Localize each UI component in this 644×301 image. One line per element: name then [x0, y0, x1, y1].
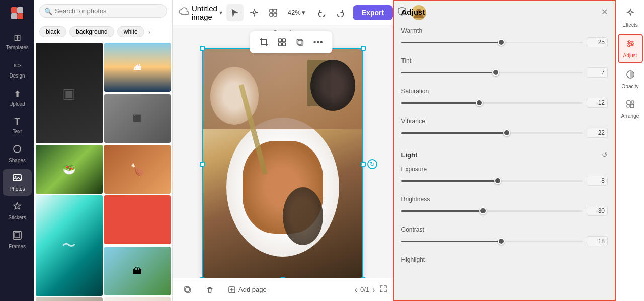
highlight-group: Highlight	[394, 251, 615, 271]
saturation-slider-row: -12	[401, 98, 608, 108]
sidebar-item-stickers[interactable]: Stickers	[3, 198, 32, 224]
sidebar-item-templates[interactable]: ⊞ Templates	[3, 28, 32, 54]
zoom-control[interactable]: 42% ▾	[284, 7, 309, 18]
canvas-content[interactable]: ↻	[202, 48, 363, 278]
brightness-slider[interactable]	[401, 210, 583, 212]
tint-value: 7	[587, 67, 608, 78]
highlight-label: Highlight	[401, 256, 608, 263]
light-reset-btn[interactable]: ↺	[602, 150, 608, 159]
resize-handle-bm[interactable]	[280, 277, 285, 278]
bottom-toolbar: Add page ‹ 0/1 ›	[173, 278, 393, 301]
grid-tool-btn[interactable]	[274, 34, 290, 50]
saturation-fill	[401, 102, 479, 104]
photo-item[interactable]: ⬛	[104, 94, 171, 143]
vibrance-fill	[401, 132, 507, 134]
sidebar-item-design[interactable]: ✏ Design	[3, 56, 32, 83]
exposure-fill	[401, 180, 498, 182]
divider	[394, 144, 615, 144]
rotate-handle[interactable]: ↻	[367, 159, 377, 169]
prev-page-btn[interactable]: ‹	[355, 285, 357, 294]
arrange-icon	[625, 99, 635, 112]
undo-btn[interactable]	[313, 4, 331, 21]
panel-close-btn[interactable]: ✕	[601, 7, 608, 17]
tag-scroll-arrow[interactable]: ›	[148, 28, 150, 36]
doc-title-area: Untitled image ▾	[179, 4, 222, 21]
crop-tool-btn[interactable]	[256, 34, 272, 50]
sidebar-item-design-label: Design	[9, 73, 25, 79]
warmth-slider[interactable]	[401, 42, 583, 43]
vibrance-thumb[interactable]	[503, 129, 510, 136]
photo-item[interactable]: ▣	[36, 43, 103, 143]
adjust-icon	[625, 39, 635, 51]
sidebar-item-photos[interactable]: Photos	[3, 169, 32, 196]
contrast-thumb[interactable]	[498, 238, 505, 245]
export-button[interactable]: Export	[353, 5, 393, 20]
resize-handle-lm[interactable]	[200, 162, 205, 167]
right-icon-bar: Effects Adjust Opacity	[616, 0, 644, 301]
svg-rect-15	[283, 39, 286, 42]
app-logo[interactable]	[8, 4, 26, 22]
photo-item[interactable]: 🏙	[104, 43, 171, 92]
resize-handle-rm[interactable]	[361, 162, 366, 167]
select-tool-btn[interactable]	[226, 4, 244, 21]
vibrance-slider[interactable]	[401, 132, 583, 134]
frame-copy-btn[interactable]	[292, 34, 308, 50]
svg-rect-12	[274, 13, 277, 16]
exposure-thumb[interactable]	[494, 177, 501, 184]
opacity-tab[interactable]: Opacity	[618, 65, 643, 93]
warmth-thumb[interactable]	[498, 39, 505, 46]
sidebar-item-frames[interactable]: Frames	[3, 227, 32, 253]
search-input[interactable]	[39, 4, 167, 18]
tint-slider[interactable]	[401, 72, 583, 73]
delete-page-btn[interactable]	[201, 283, 219, 296]
sidebar-item-text[interactable]: T Text	[3, 113, 32, 138]
add-page-btn[interactable]: Add page	[223, 283, 272, 296]
tag-background[interactable]: background	[69, 26, 114, 37]
contrast-slider[interactable]	[401, 241, 583, 242]
svg-rect-0	[11, 7, 17, 13]
pan-tool-btn[interactable]	[246, 4, 263, 21]
photo-item[interactable]: 🥗	[36, 145, 103, 194]
fullscreen-btn[interactable]	[379, 285, 387, 295]
resize-handle-tr[interactable]	[361, 46, 366, 51]
canvas-secondary-toolbar: •••	[250, 31, 333, 53]
svg-point-25	[628, 45, 630, 47]
effects-label: Effects	[622, 22, 637, 28]
effects-tab[interactable]: Effects	[618, 4, 643, 32]
next-page-btn[interactable]: ›	[372, 285, 375, 294]
resize-handle-bl[interactable]	[200, 277, 205, 278]
saturation-thumb[interactable]	[476, 99, 483, 106]
sidebar-item-shapes[interactable]: Shapes	[3, 140, 32, 167]
main-area: Untitled image ▾	[173, 0, 393, 301]
photo-item[interactable]: 🏔	[104, 247, 171, 295]
arrange-tab[interactable]: Arrange	[618, 95, 643, 123]
warmth-slider-row: 25	[401, 37, 608, 47]
tag-white[interactable]: white	[117, 26, 144, 37]
saturation-value: -12	[587, 98, 608, 108]
redo-btn[interactable]	[332, 4, 349, 21]
photo-item[interactable]: 🌿	[104, 297, 171, 301]
title-dropdown-icon[interactable]: ▾	[219, 9, 222, 16]
photo-item[interactable]: 〜	[36, 195, 103, 296]
tag-black[interactable]: black	[39, 26, 66, 37]
resize-handle-tl[interactable]	[200, 46, 205, 51]
duplicate-page-btn[interactable]	[179, 283, 197, 296]
templates-icon: ⊞	[14, 32, 21, 43]
more-options-btn[interactable]: •••	[310, 34, 327, 50]
layout-btn[interactable]	[265, 4, 282, 21]
svg-rect-17	[283, 43, 286, 46]
photo-item[interactable]	[104, 195, 171, 244]
exposure-slider[interactable]	[401, 180, 583, 182]
adjust-tab[interactable]: Adjust	[618, 34, 643, 63]
tint-thumb[interactable]	[492, 69, 499, 76]
exposure-group: Exposure 8	[394, 161, 615, 191]
resize-handle-br[interactable]	[361, 277, 366, 278]
sidebar-item-photos-label: Photos	[9, 186, 25, 192]
panel-title: Adjust	[401, 8, 425, 16]
sidebar-item-upload[interactable]: ⬆ Upload	[3, 85, 32, 111]
brightness-thumb[interactable]	[479, 207, 487, 214]
canvas-wrapper: Page 1	[173, 25, 393, 278]
photo-item[interactable]: 🍽	[36, 297, 103, 301]
saturation-slider[interactable]	[401, 102, 583, 104]
photo-item[interactable]: 🍗	[104, 145, 171, 194]
